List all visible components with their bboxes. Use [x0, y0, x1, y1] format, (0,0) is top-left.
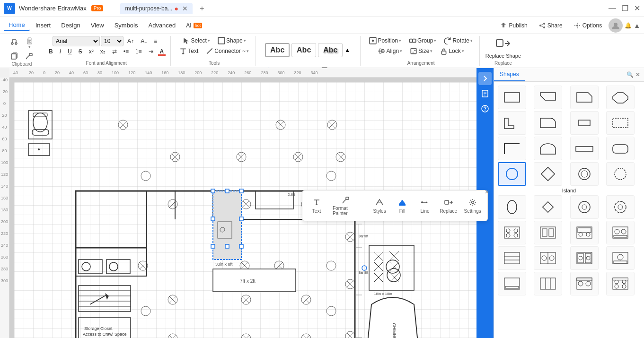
- text-direction-button[interactable]: ⇄: [109, 47, 120, 56]
- shape-circle-dashed[interactable]: [606, 162, 635, 186]
- decrease-font-button[interactable]: A↓: [138, 37, 150, 45]
- shape-diamond-ring[interactable]: [534, 162, 562, 186]
- strikethrough-button[interactable]: S: [76, 47, 85, 56]
- shape-grid-6[interactable]: [498, 221, 526, 244]
- shape-small-diamond[interactable]: [534, 195, 562, 219]
- font-color-button[interactable]: A: [157, 47, 167, 56]
- shape-appliance-1[interactable]: [570, 221, 599, 244]
- shape-small-rect[interactable]: [570, 111, 599, 135]
- copy-button[interactable]: [8, 51, 21, 61]
- float-format-painter-button[interactable]: Format Painter: [329, 193, 363, 218]
- shape-app-3[interactable]: [570, 246, 599, 270]
- sidebar-document-button[interactable]: [478, 87, 492, 100]
- select-button[interactable]: Select ▾: [180, 36, 213, 45]
- cut-button[interactable]: [8, 38, 21, 48]
- minimize-button[interactable]: —: [609, 4, 616, 13]
- options-button[interactable]: Options: [569, 20, 607, 31]
- publish-button[interactable]: Publish: [495, 20, 532, 31]
- menu-ai[interactable]: AI hot: [181, 20, 207, 31]
- increase-font-button[interactable]: A↑: [124, 37, 137, 45]
- shape-appliance-2[interactable]: [606, 221, 635, 244]
- style-abc-2[interactable]: Abc: [291, 43, 316, 57]
- menu-advanced[interactable]: Advanced: [143, 20, 180, 31]
- paste-button[interactable]: ▾: [23, 36, 36, 50]
- shape-circle-selected[interactable]: [498, 162, 526, 186]
- style-abc-1[interactable]: Abc: [265, 43, 290, 57]
- bold-button[interactable]: B: [46, 47, 56, 56]
- shape-round-corner[interactable]: [534, 111, 562, 135]
- canvas-area[interactable]: 33in x 8ft 2.8ft 7ft x 2ft: [9, 78, 493, 338]
- float-styles-button[interactable]: Styles: [369, 196, 390, 216]
- list-button[interactable]: 1≡: [132, 47, 145, 56]
- shape-app-5[interactable]: [570, 272, 599, 295]
- canvas-paper[interactable]: 33in x 8ft 2.8ft 7ft x 2ft: [14, 82, 488, 338]
- connector-button[interactable]: Connector ~ ▾: [203, 46, 252, 56]
- shape-circle-ring[interactable]: [570, 162, 599, 186]
- size-button[interactable]: Size ▾: [407, 46, 435, 56]
- chimney-element[interactable]: CHIMNEY: [367, 297, 419, 338]
- selected-element[interactable]: [211, 189, 243, 260]
- shape-l-bracket[interactable]: [498, 111, 526, 135]
- tab-name[interactable]: multi-purpose-ba...: [125, 5, 172, 12]
- indent-button[interactable]: ⇥: [146, 47, 156, 56]
- float-text-button[interactable]: Text: [306, 196, 327, 216]
- sidebar-question-button[interactable]: [478, 102, 492, 115]
- menu-view[interactable]: View: [86, 20, 109, 31]
- font-size-select[interactable]: 10: [101, 36, 124, 46]
- float-replace-button[interactable]: Replace: [437, 196, 459, 216]
- shape-rect-br-corner[interactable]: [534, 86, 562, 109]
- format-painter-button[interactable]: [23, 51, 36, 61]
- shape-star-empty[interactable]: [570, 195, 599, 219]
- chimney-section[interactable]: 18in x 18in CHIMNEY: [362, 245, 419, 338]
- float-fill-button[interactable]: Fill: [392, 196, 413, 216]
- panel-close-icon[interactable]: ✕: [635, 71, 640, 78]
- shape-star-outline[interactable]: [606, 195, 635, 219]
- position-button[interactable]: Position ▾: [366, 36, 404, 45]
- group-button[interactable]: Group ▾: [406, 36, 439, 45]
- notification-icon[interactable]: 🔔: [625, 22, 632, 29]
- bullets-button[interactable]: •≡: [121, 47, 132, 56]
- underline-button[interactable]: U: [65, 47, 75, 56]
- menu-insert[interactable]: Insert: [31, 20, 56, 31]
- shape-wide-rect[interactable]: [570, 137, 599, 160]
- shape-app-6[interactable]: [606, 272, 635, 295]
- collapse-panel-icon[interactable]: ▲: [634, 22, 640, 29]
- maximize-button[interactable]: ❐: [622, 4, 628, 13]
- shape-rect-tr-corner[interactable]: [570, 86, 599, 109]
- subscript-button[interactable]: x₂: [97, 47, 108, 56]
- shape-arch[interactable]: [534, 137, 562, 160]
- float-settings-button[interactable]: Settings: [461, 196, 484, 216]
- float-line-button[interactable]: Line: [415, 196, 435, 216]
- font-family-select[interactable]: Arial: [53, 36, 100, 46]
- shape-grid-bottom[interactable]: [498, 272, 526, 295]
- panel-search-icon[interactable]: 🔍: [626, 71, 634, 78]
- replace-shape-button[interactable]: Replace Shape: [485, 36, 521, 59]
- user-avatar[interactable]: [609, 18, 623, 33]
- shape-grid-3row[interactable]: [498, 246, 526, 270]
- kitchen-island[interactable]: 18in x 18in: [369, 245, 414, 296]
- shape-grid-double[interactable]: [534, 221, 562, 244]
- shape-rounded-rect[interactable]: [606, 137, 635, 160]
- italic-button[interactable]: I: [57, 47, 64, 56]
- share-button[interactable]: Share: [534, 20, 567, 31]
- shape-dashed-rect[interactable]: [606, 111, 635, 135]
- shape-rect-plain[interactable]: [498, 86, 526, 109]
- tab-close-icon[interactable]: ✕: [182, 5, 188, 12]
- storage-closet[interactable]: Storage Closet Access to Crawl Space: [79, 318, 131, 338]
- menu-design[interactable]: Design: [56, 20, 85, 31]
- rotation-handle[interactable]: [362, 266, 367, 270]
- shapes-tab[interactable]: Shapes: [494, 68, 525, 81]
- new-tab-button[interactable]: +: [196, 3, 208, 14]
- float-close-icon[interactable]: ✕: [485, 189, 489, 195]
- text-button[interactable]: Text: [176, 46, 201, 56]
- shape-tl-bracket[interactable]: [498, 137, 526, 160]
- menu-symbols[interactable]: Symbols: [110, 20, 143, 31]
- menu-home[interactable]: Home: [4, 19, 30, 31]
- lock-button[interactable]: Lock ▾: [437, 46, 467, 56]
- style-abc-3[interactable]: Abc: [318, 43, 343, 57]
- superscript-button[interactable]: x²: [86, 47, 97, 56]
- text-align-button[interactable]: ≡: [151, 37, 160, 45]
- sidebar-arrow-button[interactable]: [478, 72, 492, 85]
- align-button[interactable]: Align ▾: [375, 46, 405, 56]
- shape-grid-3col[interactable]: [534, 272, 562, 295]
